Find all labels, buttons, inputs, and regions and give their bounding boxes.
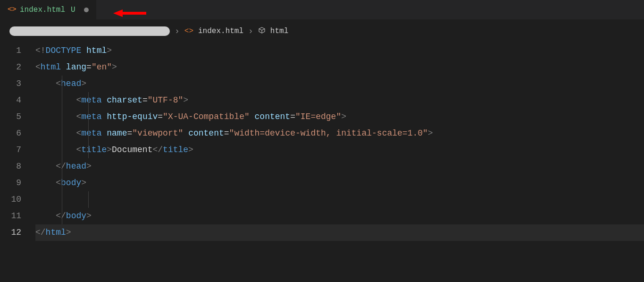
code-line[interactable]: <!DOCTYPE html> xyxy=(35,43,644,59)
tab-git-status: U xyxy=(71,6,75,14)
line-number[interactable]: 4 xyxy=(0,92,21,109)
tab-filename: index.html xyxy=(20,6,65,14)
line-number[interactable]: 7 xyxy=(0,142,21,158)
svg-text:<>: <> xyxy=(8,4,16,13)
line-number[interactable]: 2 xyxy=(0,59,21,76)
arrow-annotation-icon xyxy=(113,9,146,20)
code-line[interactable]: <meta charset="UTF-8"> xyxy=(35,92,644,109)
line-number[interactable]: 9 xyxy=(0,175,21,191)
code-line[interactable]: <meta name="viewport" content="width=dev… xyxy=(35,125,644,142)
code-line[interactable]: </html> xyxy=(35,224,644,241)
html-file-icon: <> xyxy=(8,4,16,15)
breadcrumb[interactable]: › <> index.html › html xyxy=(0,20,644,39)
chevron-right-icon: › xyxy=(248,26,253,36)
code-line[interactable]: <head> xyxy=(35,76,644,92)
line-number[interactable]: 10 xyxy=(0,191,21,208)
code-line[interactable]: <title>Document</title> xyxy=(35,142,644,158)
line-number[interactable]: 11 xyxy=(0,208,21,224)
code-line[interactable]: <html lang="en"> xyxy=(35,59,644,76)
code-line[interactable] xyxy=(35,191,644,208)
code-content[interactable]: <!DOCTYPE html> <html lang="en"> <head> … xyxy=(35,43,644,241)
line-number[interactable]: 5 xyxy=(0,109,21,125)
symbol-cube-icon xyxy=(258,26,266,36)
breadcrumb-symbol[interactable]: html xyxy=(270,27,288,35)
line-number[interactable]: 6 xyxy=(0,125,21,142)
code-line[interactable]: </body> xyxy=(35,208,644,224)
line-number[interactable]: 8 xyxy=(0,158,21,175)
svg-marker-2 xyxy=(113,9,123,17)
line-gutter: 1 2 3 4 5 6 7 8 9 10 11 12 xyxy=(0,43,35,241)
chevron-right-icon: › xyxy=(175,26,180,36)
tab-bar: <> index.html U xyxy=(0,0,644,20)
unsaved-dot-icon[interactable] xyxy=(84,8,89,12)
code-editor[interactable]: 1 2 3 4 5 6 7 8 9 10 11 12 <!DOCTYPE htm… xyxy=(0,39,644,241)
line-number[interactable]: 12 xyxy=(0,224,21,241)
line-number[interactable]: 3 xyxy=(0,76,21,92)
html-file-icon: <> xyxy=(184,27,193,35)
code-line[interactable]: </head> xyxy=(35,158,644,175)
editor-tab[interactable]: <> index.html U xyxy=(0,0,96,20)
breadcrumb-path-redacted xyxy=(9,26,170,36)
line-number[interactable]: 1 xyxy=(0,43,21,59)
code-line[interactable]: <body> xyxy=(35,175,644,191)
breadcrumb-file[interactable]: index.html xyxy=(198,27,243,35)
code-line[interactable]: <meta http-equiv="X-UA-Compatible" conte… xyxy=(35,109,644,125)
